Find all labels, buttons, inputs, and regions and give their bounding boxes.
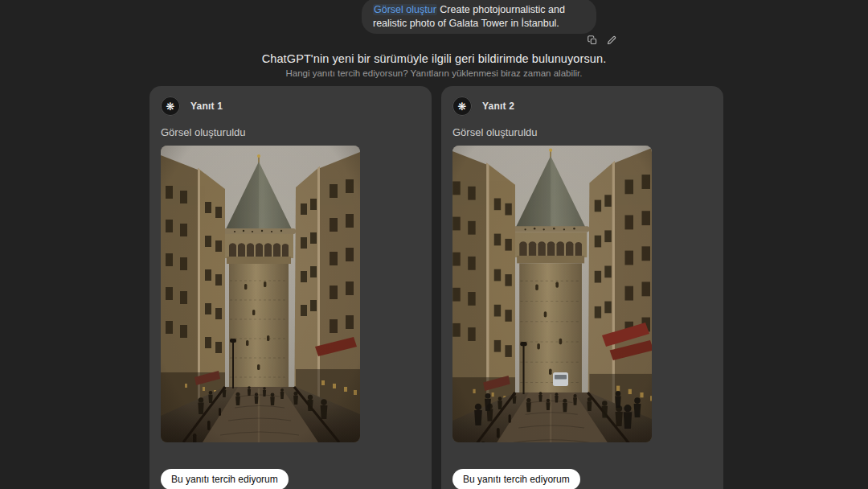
chatgpt-logo-icon: ❋: [161, 97, 180, 116]
message-actions: [586, 34, 618, 47]
response-2-label: Yanıt 2: [482, 101, 514, 112]
feedback-subtitle: Hangi yanıtı tercih ediyorsun? Yanıtları…: [0, 68, 868, 78]
generated-image-galata-tower-1[interactable]: [161, 146, 360, 442]
response-card-1: ❋ Yanıt 1 Görsel oluşturuldu Bu yanıtı t…: [149, 86, 432, 489]
response-card-2: ❋ Yanıt 2 Görsel oluşturuldu: [441, 86, 723, 489]
generation-status: Görsel oluşturuldu: [161, 126, 420, 138]
response-1-label: Yanıt 1: [190, 101, 223, 112]
response-cards: ❋ Yanıt 1 Görsel oluşturuldu Bu yanıtı t…: [149, 86, 723, 489]
generation-status: Görsel oluşturuldu: [452, 126, 712, 138]
prefer-response-1-button[interactable]: Bu yanıtı tercih ediyorum: [161, 469, 289, 489]
chatgpt-logo-icon: ❋: [452, 97, 472, 116]
edit-icon[interactable]: [605, 34, 618, 47]
image-tool-link[interactable]: Görsel oluştur: [373, 4, 437, 15]
feedback-title: ChatGPT'nin yeni bir sürümüyle ilgili ge…: [0, 52, 868, 65]
response-1-header: ❋ Yanıt 1: [161, 97, 420, 116]
prefer-response-2-button[interactable]: Bu yanıtı tercih ediyorum: [452, 469, 580, 489]
comparison-screen: Görsel oluştur Create photojournalistic …: [0, 0, 868, 489]
response-2-header: ❋ Yanıt 2: [452, 97, 712, 116]
copy-icon[interactable]: [586, 34, 599, 47]
user-message-bubble: Görsel oluştur Create photojournalistic …: [362, 0, 596, 34]
generated-image-galata-tower-2[interactable]: [452, 146, 652, 442]
